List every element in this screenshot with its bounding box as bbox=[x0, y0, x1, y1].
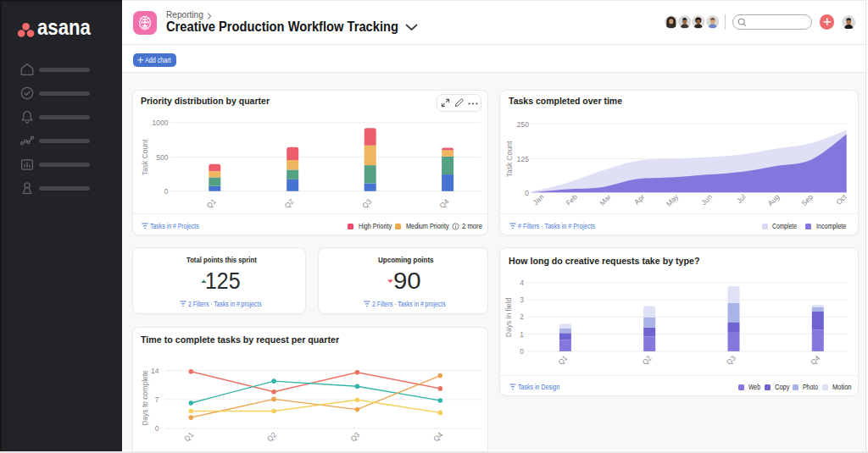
svg-text:Q1: Q1 bbox=[205, 196, 218, 209]
svg-text:Task Count: Task Count bbox=[141, 139, 149, 175]
svg-text:14: 14 bbox=[151, 366, 159, 374]
svg-text:Q3: Q3 bbox=[360, 196, 373, 209]
svg-text:Q3: Q3 bbox=[725, 353, 737, 366]
svg-text:Mar: Mar bbox=[598, 192, 613, 207]
svg-text:Jun: Jun bbox=[699, 192, 714, 207]
svg-text:0: 0 bbox=[155, 424, 159, 433]
svg-text:Q3: Q3 bbox=[348, 430, 361, 443]
svg-text:0: 0 bbox=[520, 346, 524, 355]
svg-text:Jul: Jul bbox=[735, 192, 748, 205]
svg-text:Q1: Q1 bbox=[556, 353, 569, 366]
svg-text:Oct: Oct bbox=[834, 191, 849, 206]
svg-text:Days in field: Days in field bbox=[504, 297, 513, 337]
svg-text:1000: 1000 bbox=[153, 119, 169, 127]
svg-text:Q2: Q2 bbox=[283, 196, 296, 209]
svg-text:500: 500 bbox=[156, 152, 168, 161]
svg-text:250: 250 bbox=[517, 119, 529, 128]
svg-text:3: 3 bbox=[520, 296, 524, 304]
svg-text:Aug: Aug bbox=[766, 192, 782, 207]
svg-text:Task Count: Task Count bbox=[505, 141, 514, 177]
svg-text:Feb: Feb bbox=[565, 192, 580, 207]
svg-text:125: 125 bbox=[517, 155, 529, 163]
svg-text:Q2: Q2 bbox=[265, 430, 278, 443]
svg-text:Q2: Q2 bbox=[641, 353, 654, 366]
svg-text:Apr: Apr bbox=[632, 192, 647, 207]
svg-text:Q1: Q1 bbox=[182, 430, 195, 443]
svg-text:Q4: Q4 bbox=[431, 430, 444, 443]
svg-text:Jan: Jan bbox=[531, 192, 546, 207]
svg-text:Q4: Q4 bbox=[809, 353, 821, 366]
svg-text:Sep: Sep bbox=[799, 192, 815, 207]
svg-text:May: May bbox=[665, 191, 681, 207]
svg-text:0: 0 bbox=[164, 187, 169, 196]
svg-text:4: 4 bbox=[520, 278, 524, 286]
svg-text:0: 0 bbox=[525, 188, 529, 196]
svg-text:Q4: Q4 bbox=[437, 196, 450, 209]
svg-text:7: 7 bbox=[155, 395, 159, 403]
svg-text:2: 2 bbox=[520, 312, 524, 321]
svg-text:Days to complete: Days to complete bbox=[141, 369, 149, 425]
svg-text:1: 1 bbox=[520, 329, 524, 338]
